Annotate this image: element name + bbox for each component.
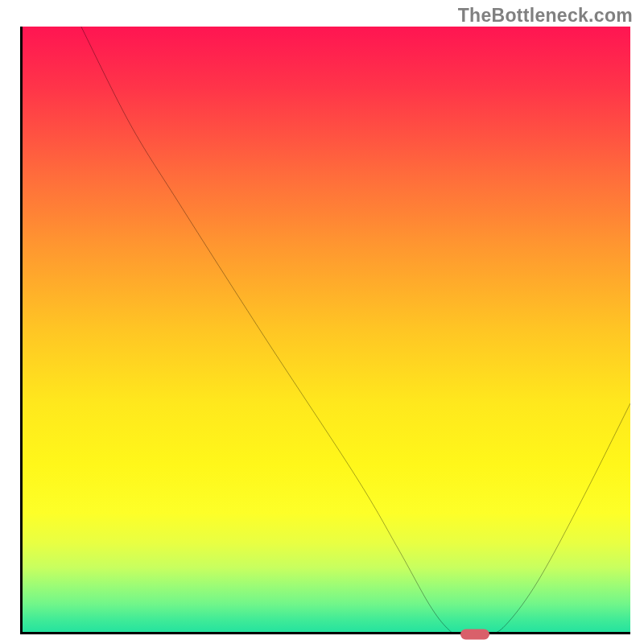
chart-wrapper: TheBottleneck.com xyxy=(0,0,644,644)
plot-area xyxy=(20,27,630,634)
bottleneck-curve xyxy=(20,27,630,634)
watermark-text: TheBottleneck.com xyxy=(458,5,633,27)
